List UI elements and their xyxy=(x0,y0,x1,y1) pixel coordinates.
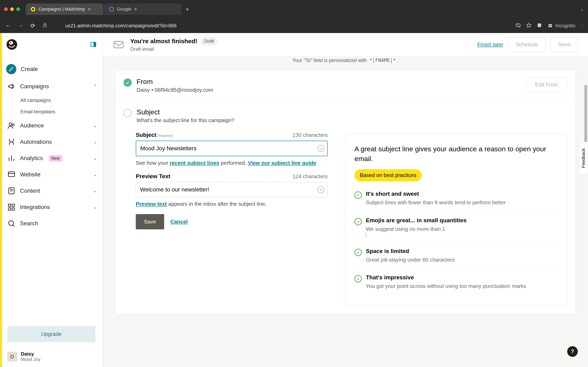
status-badge: Draft xyxy=(201,37,217,45)
svg-point-1 xyxy=(32,8,34,10)
subject-helper-text: See how your recent subject lines perfor… xyxy=(136,159,328,167)
sidebar-item-search[interactable]: Search xyxy=(7,215,103,232)
svg-rect-26 xyxy=(12,204,15,207)
tip-item: That's impressiveYou got your point acro… xyxy=(355,269,557,295)
svg-rect-14 xyxy=(94,42,96,47)
envelope-icon xyxy=(113,39,124,50)
sidebar-sub-all-campaigns[interactable]: All campaigns xyxy=(20,95,103,106)
incognito-badge[interactable]: Incognito xyxy=(547,23,575,29)
cancel-button[interactable]: Cancel xyxy=(170,218,188,225)
finish-later-link[interactable]: Finish later xyxy=(477,42,503,48)
preview-text-input[interactable] xyxy=(136,182,328,197)
subject-char-count: 130 characters xyxy=(293,132,328,138)
tab-google[interactable]: Google × xyxy=(104,3,182,15)
section-title-from: From xyxy=(137,78,521,86)
svg-point-11 xyxy=(10,42,11,43)
svg-point-2 xyxy=(109,7,113,11)
to-field-hint: Your "To" field is personalized with *|F… xyxy=(115,56,576,63)
schedule-button[interactable]: Schedule xyxy=(508,37,545,52)
mailchimp-logo-icon[interactable] xyxy=(6,39,17,50)
send-button[interactable]: Send xyxy=(550,37,578,52)
svg-rect-3 xyxy=(43,25,46,27)
collapse-sidebar-icon[interactable] xyxy=(90,41,96,48)
sidebar-item-campaigns[interactable]: Campaigns ⌃ xyxy=(7,78,103,95)
sidebar-item-analytics[interactable]: Analytics New ⌄ xyxy=(7,150,103,166)
svg-rect-31 xyxy=(114,42,123,48)
bookmark-star-icon[interactable] xyxy=(526,23,531,29)
sidebar-item-content[interactable]: Content ⌄ xyxy=(7,183,103,199)
close-window-icon[interactable] xyxy=(4,7,8,11)
forward-button[interactable]: → xyxy=(16,22,25,29)
preview-helper-text: Preview text appears in the inbox after … xyxy=(136,200,328,208)
address-bar[interactable]: us21.admin.mailchimp.com/campaigns/edit?… xyxy=(53,23,511,29)
emoji-picker-icon[interactable]: ☺ xyxy=(318,145,324,152)
page-subtitle: Draft email xyxy=(130,46,217,52)
site-info-icon[interactable] xyxy=(41,22,49,29)
tabs-overflow-icon[interactable]: ⌄ xyxy=(580,7,584,12)
sidebar-sub-email-templates[interactable]: Email templates xyxy=(20,106,103,117)
svg-point-8 xyxy=(550,25,552,27)
user-name: Daisy xyxy=(21,351,40,357)
svg-point-7 xyxy=(548,25,550,27)
mailchimp-favicon-icon xyxy=(31,7,35,12)
campaign-header: You're almost finished! Draft Draft emai… xyxy=(103,33,588,56)
minimize-window-icon[interactable] xyxy=(10,7,14,11)
sidebar-item-website[interactable]: Website ⌄ xyxy=(7,166,103,183)
close-tab-icon[interactable]: × xyxy=(88,6,91,12)
edit-from-button[interactable]: Edit From xyxy=(526,78,567,92)
back-button[interactable]: ← xyxy=(4,22,12,29)
check-circle-icon xyxy=(355,218,362,225)
upgrade-button[interactable]: Upgrade xyxy=(7,326,95,342)
browser-tab-bar: Campaigns | Mailchimp × Google × + ⌄ xyxy=(0,0,588,18)
content-icon xyxy=(7,187,16,195)
chevron-down-icon: ⌄ xyxy=(93,188,97,193)
sidebar-item-automations[interactable]: Automations ⌄ xyxy=(7,134,103,150)
extensions-icon[interactable] xyxy=(537,23,542,29)
preview-char-count: 124 characters xyxy=(293,173,328,180)
tip-item: Space is limitedGreat job staying under … xyxy=(355,243,557,269)
close-tab-icon[interactable]: × xyxy=(134,6,137,12)
subject-line-guide-link[interactable]: View our subject line guide xyxy=(248,160,316,166)
recent-subject-lines-link[interactable]: recent subject lines xyxy=(170,160,219,166)
new-tab-button[interactable]: + xyxy=(182,6,192,13)
avatar: D xyxy=(7,352,17,361)
subject-section-header: Subject What's the subject line for this… xyxy=(115,101,576,124)
browser-menu-icon[interactable]: ⋮ xyxy=(581,24,584,28)
section-title-subject: Subject xyxy=(137,108,567,116)
preview-text-link[interactable]: Preview text xyxy=(136,201,167,207)
audience-icon xyxy=(7,122,16,130)
subject-input[interactable] xyxy=(136,141,328,156)
scrollbar[interactable] xyxy=(584,85,587,150)
save-button[interactable]: Save xyxy=(136,214,164,229)
page-title: You're almost finished! xyxy=(130,38,197,45)
subject-label: Subject xyxy=(136,132,156,138)
reload-button[interactable]: ⟳ xyxy=(29,22,37,29)
check-circle-icon xyxy=(355,275,362,282)
svg-line-30 xyxy=(13,225,15,226)
content-area: Your "To" field is personalized with *|F… xyxy=(103,56,588,367)
svg-rect-25 xyxy=(8,204,11,207)
tip-item: Emojis are great... in small quantitiesW… xyxy=(355,212,557,243)
subject-tips-panel: A great subject line gives your audience… xyxy=(344,134,567,306)
svg-rect-27 xyxy=(8,208,11,210)
maximize-window-icon[interactable] xyxy=(16,7,20,11)
svg-point-29 xyxy=(9,221,13,225)
check-circle-icon xyxy=(355,192,362,199)
sidebar-item-integrations[interactable]: Integrations ⌄ xyxy=(7,199,103,215)
sidebar-item-create[interactable]: Create xyxy=(7,60,103,78)
eye-off-icon[interactable] xyxy=(516,23,521,29)
subject-question: What's the subject line for this campaig… xyxy=(137,117,567,124)
tab-mailchimp[interactable]: Campaigns | Mailchimp × xyxy=(26,3,103,15)
automations-icon xyxy=(7,138,16,146)
best-practices-badge: Based on best practices xyxy=(355,169,422,181)
feedback-tab[interactable]: Feedback xyxy=(579,142,588,174)
tips-heading: A great subject line gives your audience… xyxy=(355,144,557,164)
user-profile[interactable]: D Daisy Mood Joy xyxy=(0,346,103,367)
integrations-icon xyxy=(7,203,16,211)
text-cursor-icon xyxy=(366,233,366,237)
help-button[interactable]: ? xyxy=(567,346,578,357)
sidebar-item-audience[interactable]: Audience ⌄ xyxy=(7,117,103,134)
emoji-picker-icon[interactable]: ☺ xyxy=(318,186,324,193)
google-favicon-icon xyxy=(109,7,114,12)
svg-rect-6 xyxy=(537,24,541,27)
